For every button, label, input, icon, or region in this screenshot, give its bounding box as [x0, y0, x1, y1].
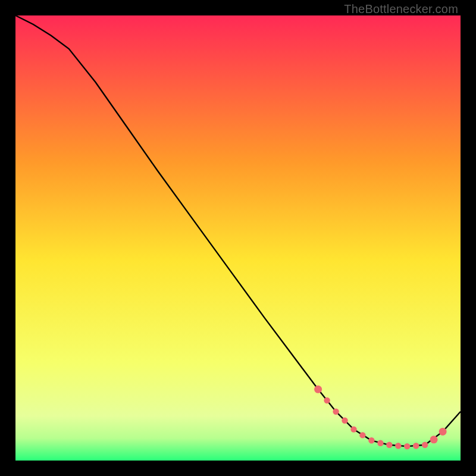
watermark-text: TheBottlenecker.com [344, 2, 458, 16]
marker-dot [377, 440, 383, 446]
marker-dot [430, 436, 438, 443]
chart-frame [15, 15, 461, 461]
marker-dot [342, 418, 347, 424]
marker-dot [368, 437, 374, 443]
gradient-background [15, 15, 461, 461]
marker-dot [314, 386, 322, 393]
bottleneck-chart [15, 15, 461, 461]
marker-dot [359, 432, 365, 438]
marker-dot [333, 409, 339, 415]
marker-dot [413, 443, 419, 449]
marker-dot [324, 397, 330, 403]
marker-dot [439, 428, 447, 436]
marker-dot [404, 443, 410, 449]
marker-dot [350, 426, 356, 432]
marker-dot [395, 443, 401, 449]
marker-dot [422, 442, 428, 448]
marker-dot [386, 442, 392, 448]
